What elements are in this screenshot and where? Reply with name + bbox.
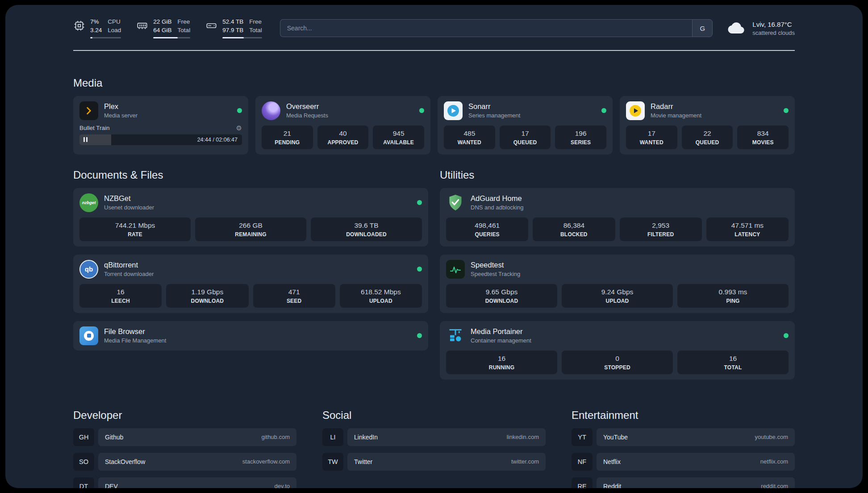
service-name: NZBGet <box>104 194 154 203</box>
stat-box: 17WANTED <box>626 125 677 149</box>
cloud-icon <box>726 20 747 36</box>
service-desc: Movie management <box>651 112 701 119</box>
service-name: Radarr <box>651 102 701 111</box>
bookmark-link[interactable]: LinkedIn linkedin.com <box>347 428 546 446</box>
service-card-plex[interactable]: Plex Media server Bullet Train ⚙ <box>73 96 248 155</box>
service-desc: DNS and adblocking <box>471 204 524 211</box>
stat-box: 16TOTAL <box>677 351 789 374</box>
cpu-widget: 7% 3.24 CPU Load <box>73 18 121 38</box>
bookmark-abbr[interactable]: TW <box>322 453 343 471</box>
radarr-icon <box>626 101 645 120</box>
stat-box: 945AVAILABLE <box>373 125 424 149</box>
disk-label-2: Total <box>249 27 262 34</box>
bookmark-abbr[interactable]: YT <box>572 428 593 446</box>
weather-condition: scattered clouds <box>752 29 795 36</box>
weather-location: Lviv, 16.87°C <box>752 21 795 28</box>
memory-icon <box>136 20 148 32</box>
service-desc: Media File Management <box>104 337 166 344</box>
bookmark-link[interactable]: YouTube youtube.com <box>597 428 795 446</box>
bookmark-reddit: RE Reddit reddit.com <box>572 477 795 488</box>
service-desc: Torrent downloader <box>104 271 154 277</box>
bookmark-linkedin: LI LinkedIn linkedin.com <box>322 428 546 446</box>
service-name: Overseerr <box>286 102 328 111</box>
service-card-overseerr[interactable]: Overseerr Media Requests 21PENDING 40APP… <box>255 96 430 155</box>
search-provider-button[interactable]: G <box>692 19 713 37</box>
portainer-icon <box>446 326 465 345</box>
bookmark-youtube: YT YouTube youtube.com <box>572 428 795 446</box>
bookmark-link[interactable]: Github github.com <box>98 428 296 446</box>
topbar: 7% 3.24 CPU Load <box>73 18 795 38</box>
bookmark-netflix: NF Netflix netflix.com <box>572 453 795 471</box>
now-playing-title: Bullet Train <box>79 125 110 131</box>
plex-icon <box>79 101 98 120</box>
section-utilities: Utilities AdGuard Home DNS and adblockin… <box>440 169 795 380</box>
filebrowser-icon <box>79 326 98 345</box>
section-title-social: Social <box>322 409 546 422</box>
nzbget-icon: nzbget <box>79 193 98 212</box>
stat-box: 0STOPPED <box>562 351 673 374</box>
gear-icon[interactable]: ⚙ <box>236 125 242 131</box>
stat-box: 498,461QUERIES <box>446 217 528 241</box>
bookmark-link[interactable]: DEV dev.to <box>98 477 296 488</box>
status-dot <box>417 333 422 338</box>
section-documents: Documents & Files nzbget NZBGet Usenet d… <box>73 169 428 380</box>
cpu-label-1: CPU <box>108 18 121 26</box>
memory-free-value: 22 GiB <box>153 18 171 26</box>
service-card-radarr[interactable]: Radarr Movie management 17WANTED 22QUEUE… <box>620 96 795 155</box>
stat-box: 266 GBREMAINING <box>195 217 306 241</box>
status-dot <box>784 333 789 338</box>
stat-box: 9.65 GbpsDOWNLOAD <box>446 284 557 308</box>
dashboard-page: 7% 3.24 CPU Load <box>5 5 863 488</box>
service-name: Sonarr <box>468 102 520 111</box>
stat-box: 16LEECH <box>79 284 162 308</box>
bookmark-link[interactable]: Twitter twitter.com <box>347 453 546 471</box>
service-card-portainer[interactable]: Media Portainer Container management 16R… <box>440 321 795 380</box>
cpu-usage-value: 7% <box>90 18 102 26</box>
stat-box: 485WANTED <box>444 125 495 149</box>
stat-box: 471SEED <box>253 284 335 308</box>
service-name: AdGuard Home <box>471 194 524 203</box>
cpu-label-2: Load <box>108 27 121 34</box>
service-desc: Container management <box>471 337 531 344</box>
sonarr-icon <box>444 101 463 120</box>
search-input[interactable] <box>280 19 693 37</box>
disk-free-value: 52.4 TB <box>222 18 243 26</box>
stat-box: 834MOVIES <box>737 125 789 149</box>
stat-box: 744.21 MbpsRATE <box>79 217 191 241</box>
bookmark-abbr[interactable]: SO <box>73 453 94 471</box>
playback-progress-bar[interactable]: 24:44 / 02:06:47 <box>79 134 242 145</box>
bookmark-link[interactable]: StackOverflow stackoverflow.com <box>98 453 296 471</box>
service-card-speedtest[interactable]: Speedtest Speedtest Tracking 9.65 GbpsDO… <box>440 255 795 313</box>
service-card-adguard[interactable]: AdGuard Home DNS and adblocking 498,461Q… <box>440 188 795 246</box>
stat-box: 2,953FILTERED <box>620 217 702 241</box>
section-media: Media Plex Media server <box>73 77 795 155</box>
section-title-utilities: Utilities <box>440 169 795 181</box>
cpu-load-value: 3.24 <box>90 27 102 34</box>
service-card-filebrowser[interactable]: File Browser Media File Management <box>73 321 428 351</box>
service-desc: Media server <box>104 112 138 119</box>
status-dot <box>601 108 606 113</box>
bookmark-abbr[interactable]: LI <box>322 428 343 446</box>
service-card-qbittorrent[interactable]: qb qBittorrent Torrent downloader 16LEEC… <box>73 255 428 313</box>
status-dot <box>417 200 422 205</box>
bookmark-dev: DT DEV dev.to <box>73 477 296 488</box>
memory-label-2: Total <box>178 27 191 34</box>
stat-box: 86,384BLOCKED <box>533 217 615 241</box>
status-dot <box>417 267 422 272</box>
pause-icon[interactable] <box>83 137 88 142</box>
service-card-nzbget[interactable]: nzbget NZBGet Usenet downloader 744.21 M… <box>73 188 428 246</box>
status-dot <box>419 108 424 113</box>
bookmark-abbr[interactable]: DT <box>73 477 94 488</box>
stat-box: 1.19 GbpsDOWNLOAD <box>166 284 248 308</box>
memory-total-value: 64 GiB <box>153 27 171 34</box>
bookmark-link[interactable]: Reddit reddit.com <box>597 477 795 488</box>
bookmark-abbr[interactable]: GH <box>73 428 94 446</box>
status-dot <box>784 108 789 113</box>
service-card-sonarr[interactable]: Sonarr Series management 485WANTED 17QUE… <box>438 96 613 155</box>
bookmark-abbr[interactable]: RE <box>572 477 593 488</box>
stat-box: 196SERIES <box>555 125 606 149</box>
bookmark-abbr[interactable]: NF <box>572 453 593 471</box>
bookmark-link[interactable]: Netflix netflix.com <box>597 453 795 471</box>
bookmark-github: GH Github github.com <box>73 428 296 446</box>
overseerr-icon <box>262 101 280 120</box>
